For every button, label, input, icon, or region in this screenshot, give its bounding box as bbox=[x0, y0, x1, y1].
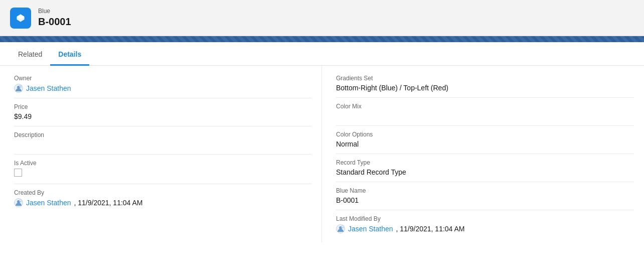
color-options-field: Color Options Normal ✎ bbox=[336, 126, 634, 154]
last-modified-by-value-row: Jasen Stathen , 11/9/2021, 11:04 AM bbox=[336, 224, 634, 233]
color-mix-label: Color Mix bbox=[336, 103, 634, 110]
is-active-field: Is Active ✎ bbox=[14, 155, 311, 184]
last-modified-by-field: Last Modified By Jasen Stathen , 11/9/20… bbox=[336, 210, 634, 238]
blue-name-field: Blue Name B-0001 bbox=[336, 182, 634, 210]
price-field: Price $9.49 ✎ bbox=[14, 98, 311, 126]
color-mix-field: Color Mix ✎ bbox=[336, 98, 634, 126]
tab-related[interactable]: Related bbox=[10, 42, 50, 66]
price-label: Price bbox=[14, 103, 311, 110]
last-modified-user-icon bbox=[336, 224, 345, 233]
description-label: Description bbox=[14, 131, 311, 139]
is-active-checkbox[interactable] bbox=[14, 169, 22, 177]
color-options-value: Normal bbox=[336, 140, 634, 148]
last-modified-name[interactable]: Jasen Stathen bbox=[348, 225, 393, 233]
owner-value-row: Jasen Stathen bbox=[14, 84, 311, 93]
description-field: Description ✎ bbox=[14, 126, 311, 155]
record-type-value: Standard Record Type bbox=[336, 168, 634, 176]
left-column: Owner Jasen Stathen ⤴ bbox=[0, 66, 322, 242]
right-column: Gradients Set Bottom-Right (Blue) / Top-… bbox=[322, 66, 644, 242]
color-options-label: Color Options bbox=[336, 131, 634, 138]
created-by-datetime: , 11/9/2021, 11:04 AM bbox=[74, 199, 143, 207]
fields-grid: Owner Jasen Stathen ⤴ bbox=[0, 66, 644, 242]
gradients-set-value: Bottom-Right (Blue) / Top-Left (Red) bbox=[336, 84, 634, 92]
tab-details[interactable]: Details bbox=[50, 42, 89, 66]
header-text-block: Blue B-0001 bbox=[38, 8, 71, 29]
blue-name-label: Blue Name bbox=[336, 187, 634, 194]
created-by-name[interactable]: Jasen Stathen bbox=[26, 199, 71, 207]
record-type-field: Record Type Standard Record Type ⤴ bbox=[336, 154, 634, 182]
gradients-set-field: Gradients Set Bottom-Right (Blue) / Top-… bbox=[336, 70, 634, 98]
owner-field: Owner Jasen Stathen ⤴ bbox=[14, 70, 311, 98]
main-content-area: Related Details Owner bbox=[0, 42, 644, 276]
created-by-user-icon bbox=[14, 198, 23, 207]
created-by-field: Created By Jasen Stathen , 11/9/2021, 11… bbox=[14, 184, 311, 212]
last-modified-by-label: Last Modified By bbox=[336, 215, 634, 222]
record-name: B-0001 bbox=[38, 15, 71, 28]
created-by-value-row: Jasen Stathen , 11/9/2021, 11:04 AM bbox=[14, 198, 311, 207]
is-active-label: Is Active bbox=[14, 160, 311, 167]
record-header: Blue B-0001 bbox=[0, 0, 644, 36]
owner-user-icon bbox=[14, 84, 23, 93]
record-type-label: Record Type bbox=[336, 159, 634, 166]
gradients-set-label: Gradients Set bbox=[336, 75, 634, 82]
tab-bar: Related Details bbox=[0, 42, 644, 66]
blue-name-value: B-0001 bbox=[336, 196, 634, 204]
created-by-label: Created By bbox=[14, 189, 311, 196]
last-modified-datetime: , 11/9/2021, 11:04 AM bbox=[396, 225, 465, 233]
price-value: $9.49 bbox=[14, 112, 311, 120]
owner-name[interactable]: Jasen Stathen bbox=[26, 84, 71, 92]
owner-label: Owner bbox=[14, 75, 311, 82]
decorative-strip bbox=[0, 36, 644, 42]
record-type-label: Blue bbox=[38, 8, 71, 16]
record-type-icon bbox=[10, 8, 31, 29]
